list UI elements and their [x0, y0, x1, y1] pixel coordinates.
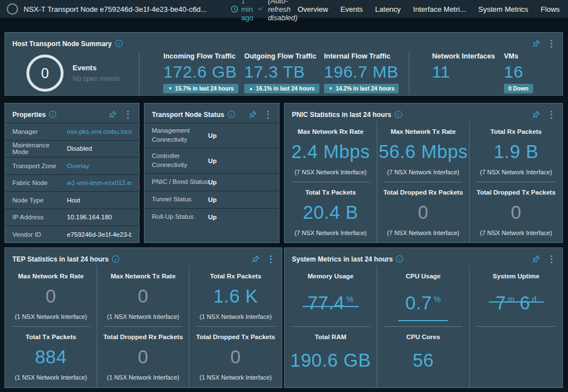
manager-link[interactable]: nsx-pks.vrni.cmbu.local [67, 128, 132, 135]
stat-value: 196.7 MB [324, 62, 409, 82]
status-label: Tunnel Status [152, 195, 208, 204]
stat-label: Memory Usage [308, 273, 354, 280]
stat-value: 2.4 Mbps [291, 135, 370, 169]
stat-cell: Total Rx Packets1.6 K(1 NSX Network Inte… [190, 265, 282, 326]
stat-label: Max Network Tx Rate [111, 273, 176, 280]
info-icon[interactable]: i [396, 255, 403, 263]
property-label: Manager [12, 128, 67, 135]
status-row: Controller ConnectivityUp [145, 148, 279, 173]
panel-menu-icon[interactable] [264, 110, 272, 120]
panel-title: PNIC Statistics in last 24 hours [292, 111, 391, 119]
stat-value: 172.6 GB [163, 62, 244, 82]
info-icon[interactable]: i [115, 40, 123, 47]
properties-panel: Properties i Managernsx-pks.vrni.cmbu.lo… [4, 103, 139, 243]
nav-system-metrics[interactable]: System Metrics [479, 5, 529, 13]
stat-label: Total Dropped Rx Packets [103, 334, 183, 340]
property-row: Fabric Nodew1-vrni-tmm-esx012.eng... [5, 174, 139, 192]
stat-label: Incoming Flow Traffic [163, 52, 244, 60]
trend-down-icon: ▼ [168, 87, 172, 91]
transport-zone-link[interactable]: Overlay [67, 163, 89, 169]
top-navigation: Overview Events Latency Interface Metri.… [297, 4, 568, 14]
stat-value: 0 [231, 340, 241, 374]
stat-sublabel: (7 NSX Network Interface) [480, 229, 552, 236]
status-value: Up [208, 196, 217, 203]
stat-sublabel: (7 NSX Network Interface) [387, 169, 459, 175]
info-icon[interactable]: i [49, 111, 56, 118]
panel-menu-icon[interactable] [124, 110, 132, 120]
fabric-node-link[interactable]: w1-vrni-tmm-esx012.eng... [67, 179, 132, 186]
info-icon[interactable]: i [228, 111, 235, 118]
info-icon[interactable]: i [112, 255, 119, 263]
stat-cell: Total Rx Packets1.9 B(7 NSX Network Inte… [470, 121, 562, 182]
stat-sublabel: (1 NSX Network Interface) [107, 313, 179, 320]
stat-value: 884 [35, 340, 67, 374]
stat-label: Outgoing Flow Traffic [244, 52, 324, 60]
stat-label: Max Network Rx Rate [18, 273, 84, 280]
pin-icon[interactable] [532, 39, 540, 48]
status-row: PNIC / Bond StatusUp [145, 173, 279, 191]
stat-value: 17.3 TB [244, 62, 324, 82]
host-transport-node-summary-panel: Host Transport Node Summary i 0 Events N… [4, 32, 563, 96]
pin-icon[interactable] [249, 110, 257, 119]
time-range-selector[interactable]: 1 min ago [231, 0, 262, 22]
chevron-down-icon[interactable] [258, 6, 263, 11]
status-label: Management Connectivity [152, 127, 208, 144]
nav-latency[interactable]: Latency [375, 5, 401, 13]
stat-value: 20.4 B [303, 196, 358, 229]
events-summary: 0 Events No open events [5, 51, 139, 96]
panel-menu-icon[interactable] [267, 254, 275, 264]
stat-sublabel: (1 NSX Network Interface) [107, 374, 179, 381]
pin-icon[interactable] [251, 255, 260, 263]
pin-icon[interactable] [532, 255, 540, 263]
divider [409, 52, 409, 94]
entity-avatar-icon [7, 3, 18, 15]
info-icon[interactable]: i [395, 111, 402, 118]
stat-label: CPU Cores [406, 334, 440, 340]
transport-node-status-panel: Transport Node Status i Management Conne… [144, 103, 280, 243]
status-value: Up [208, 132, 217, 139]
pin-icon[interactable] [532, 110, 540, 119]
nav-interface-metrics[interactable]: Interface Metri... [413, 5, 466, 13]
trend-badge: ▼14.2% in last 24 hours [324, 84, 399, 93]
stat-label: CPU Usage [405, 273, 440, 280]
status-value: Up [208, 157, 217, 164]
pnic-statistics-panel: PNIC Statistics in last 24 hours i Max N… [284, 103, 563, 243]
panel-menu-icon[interactable] [547, 254, 556, 264]
stat-sublabel: (7 NSX Network Interface) [480, 169, 552, 175]
time-ago-label[interactable]: 1 min ago [241, 0, 255, 22]
panel-menu-icon[interactable] [547, 39, 556, 49]
panel-title: System Metrics in last 24 hours [292, 255, 393, 263]
panel-title: Transport Node Status [152, 111, 224, 119]
internal-flow-traffic-stat: Internal Flow Traffic 196.7 MB ▼14.2% in… [324, 51, 409, 96]
stat-label: Total Rx Packets [490, 128, 542, 135]
stat-value: 190.6 GB [290, 340, 371, 381]
status-row: Tunnel StatusUp [145, 191, 279, 208]
pin-icon[interactable] [109, 110, 117, 119]
stat-value: 0 [138, 280, 148, 313]
nav-flows[interactable]: Flows [540, 5, 560, 13]
status-label: Controller Connectivity [152, 152, 208, 169]
status-value: Up [208, 179, 217, 186]
nav-overview[interactable]: Overview [297, 5, 328, 13]
trend-badge: ▼15.7% in last 24 hours [163, 84, 238, 93]
stat-cell: Total Dropped Rx Packets0(1 NSX Network … [97, 326, 190, 387]
memory-trend-sparkline [303, 306, 359, 307]
stat-cell: Total Tx Packets20.4 B(7 NSX Network Int… [285, 182, 377, 242]
property-row: Transport ZoneOverlay [5, 157, 139, 174]
nav-events[interactable]: Events [340, 5, 363, 13]
stat-sublabel: (1 NSX Network Interface) [200, 374, 272, 381]
total-ram-cell: Total RAM 190.6 GB [285, 326, 377, 387]
property-label: Maintenance Mode [12, 142, 67, 155]
property-row: IP Address10.196.164.180 [5, 209, 139, 226]
incoming-flow-traffic-stat: Incoming Flow Traffic 172.6 GB ▼15.7% in… [163, 51, 244, 96]
panel-menu-icon[interactable] [547, 110, 556, 120]
property-label: Vendor ID [12, 231, 67, 238]
stat-label: Max Network Tx Rate [391, 128, 456, 135]
cpu-cores-cell: CPU Cores 56 [377, 326, 470, 387]
empty-cell [470, 326, 562, 387]
stat-value: 0.7% [405, 280, 441, 326]
stat-label: VMs [504, 52, 562, 60]
divider [139, 52, 139, 94]
stat-sublabel: (7 NSX Network Interface) [295, 229, 367, 236]
property-label: Node Type [12, 197, 67, 204]
